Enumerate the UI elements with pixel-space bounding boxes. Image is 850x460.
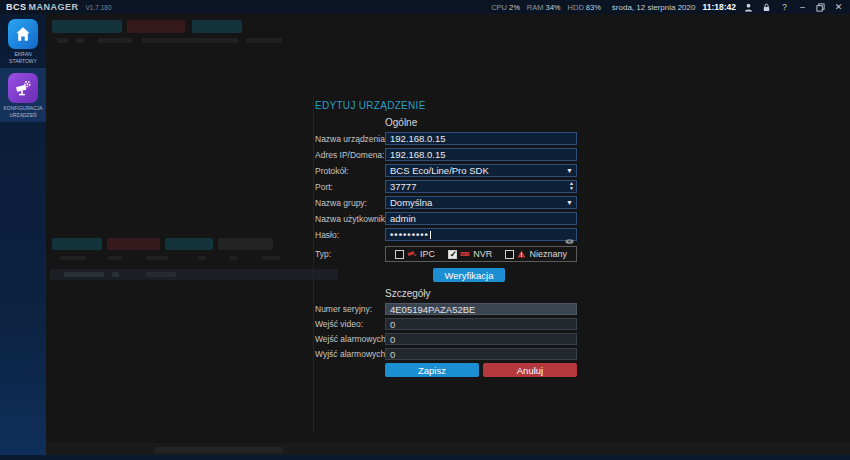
section-details: Szczegóły <box>385 288 577 300</box>
type-option-ipc[interactable]: IPC <box>395 249 435 259</box>
username-label: Nazwa użytkownika: <box>315 214 385 224</box>
video-inputs-row: Wejść video: 0 <box>315 318 577 330</box>
cpu-stat: CPU2% <box>491 3 520 12</box>
port-input[interactable]: 37777 <box>385 180 577 193</box>
serial-row: Numer seryjny: 4E05194PAZA52BE <box>315 303 577 315</box>
password-label: Hasło: <box>315 230 385 240</box>
username-row: Nazwa użytkownika: admin <box>315 212 577 225</box>
password-input[interactable]: ••••••••• <box>385 228 577 241</box>
user-icon[interactable] <box>743 3 754 12</box>
recorder-icon <box>460 250 470 258</box>
sidebar-item-label: EKRAN STARTOWY <box>2 51 44 64</box>
text-cursor <box>430 231 431 239</box>
unknown-checkbox[interactable] <box>505 250 514 259</box>
password-row: Hasło: ••••••••• <box>315 228 577 241</box>
type-option-label: NVR <box>473 249 492 259</box>
port-stepper[interactable]: ▲ ▼ <box>569 181 574 191</box>
dimmed-table-row <box>50 269 338 280</box>
ram-stat: RAM34% <box>527 3 561 12</box>
titlebar: BCS MANAGER V1.7.180 CPU2% RAM34% HDD83%… <box>0 0 850 14</box>
alarm-inputs-label: Wejść alarmowych: <box>315 334 385 344</box>
dialog-actions: Zapisz Anuluj <box>385 363 577 377</box>
video-inputs-label: Wejść video: <box>315 319 385 329</box>
ipc-checkbox[interactable] <box>395 250 404 259</box>
minimize-button[interactable]: – <box>797 2 808 12</box>
verify-button[interactable]: Weryfikacja <box>433 268 505 282</box>
dimmed-button <box>107 238 160 250</box>
brand-bcs: BCS <box>6 2 27 12</box>
hdd-stat: HDD83% <box>568 3 601 12</box>
camera-config-icon <box>8 73 38 103</box>
edit-device-dialog: EDYTUJ URZĄDZENIE Ogólne Nazwa urządzeni… <box>313 96 577 377</box>
protocol-label: Protokół: <box>315 166 385 176</box>
dimmed-button <box>52 238 102 250</box>
dimmed-column-header <box>108 256 122 260</box>
date-label: środa, 12 sierpnia 2020 <box>612 3 696 12</box>
help-button[interactable]: ? <box>779 2 790 12</box>
protocol-select[interactable]: BCS Eco/Line/Pro SDK <box>385 164 577 177</box>
camera-icon <box>407 250 417 258</box>
port-label: Port: <box>315 182 385 192</box>
username-input[interactable]: admin <box>385 212 577 225</box>
protocol-row: Protokół: BCS Eco/Line/Pro SDK ▼ <box>315 164 577 177</box>
dimmed-column-header <box>229 256 237 260</box>
dimmed-text <box>76 38 84 43</box>
lock-icon[interactable] <box>761 3 772 12</box>
dimmed-text <box>98 38 132 43</box>
dimmed-button <box>165 238 213 250</box>
password-dots: ••••••••• <box>390 229 429 240</box>
video-inputs-value: 0 <box>385 318 577 330</box>
brand-manager: MANAGER <box>29 2 79 12</box>
ip-domain-label: Adres IP/Domena: <box>315 150 385 160</box>
alarm-inputs-value: 0 <box>385 333 577 345</box>
close-button[interactable]: ✕ <box>833 2 844 12</box>
type-option-label: IPC <box>420 249 435 259</box>
port-row: Port: 37777 ▲ ▼ <box>315 180 577 193</box>
alarm-outputs-row: Wyjść alarmowych: 0 <box>315 348 577 360</box>
sidebar-item-start-screen[interactable]: EKRAN STARTOWY <box>0 14 46 68</box>
cancel-button[interactable]: Anuluj <box>483 363 577 377</box>
dimmed-toolbar-button <box>127 20 185 33</box>
home-icon <box>8 19 38 49</box>
dimmed-column-header <box>60 256 86 260</box>
ip-domain-input[interactable]: 192.168.0.15 <box>385 148 577 161</box>
serial-label: Numer seryjny: <box>315 304 385 314</box>
warning-icon <box>517 250 526 258</box>
alarm-outputs-label: Wyjść alarmowych: <box>315 349 385 359</box>
dimmed-text <box>142 38 238 43</box>
dimmed-column-header <box>198 256 206 260</box>
app-version: V1.7.180 <box>86 4 112 11</box>
nvr-checkbox[interactable] <box>448 250 457 259</box>
type-row: Typ: IPC NVR Nieznany <box>315 246 577 262</box>
alarm-outputs-value: 0 <box>385 348 577 360</box>
type-label: Typ: <box>315 249 385 259</box>
dimmed-text <box>246 38 282 43</box>
app-logo: BCS MANAGER V1.7.180 <box>6 2 112 12</box>
chevron-down-icon: ▼ <box>566 199 573 206</box>
device-name-input[interactable]: 192.168.0.15 <box>385 132 577 145</box>
dimmed-text <box>57 38 68 43</box>
dimmed-button <box>218 238 273 250</box>
alarm-inputs-row: Wejść alarmowych: 0 <box>315 333 577 345</box>
restore-button[interactable] <box>815 3 826 12</box>
type-option-label: Nieznany <box>529 249 567 259</box>
sidebar-item-device-configuration[interactable]: KONFIGURACJA URZĄDZEŃ <box>0 68 46 122</box>
sidebar: EKRAN STARTOWY KONFIGURACJA URZĄDZEŃ <box>0 14 46 455</box>
dimmed-column-header <box>146 256 168 260</box>
chevron-down-icon: ▼ <box>566 167 573 174</box>
dimmed-toolbar-button <box>192 20 242 33</box>
type-option-unknown[interactable]: Nieznany <box>505 249 567 259</box>
clock: 11:18:42 <box>702 2 736 12</box>
group-label: Nazwa grupy: <box>315 198 385 208</box>
ip-domain-row: Adres IP/Domena: 192.168.0.15 <box>315 148 577 161</box>
window-bottom-edge <box>0 455 850 460</box>
section-general: Ogólne <box>385 117 577 129</box>
save-button[interactable]: Zapisz <box>385 363 479 377</box>
serial-value: 4E05194PAZA52BE <box>385 303 577 315</box>
device-name-row: Nazwa urządzenia: 192.168.0.15 <box>315 132 577 145</box>
sidebar-item-label: KONFIGURACJA URZĄDZEŃ <box>2 105 44 118</box>
device-name-label: Nazwa urządzenia: <box>315 134 385 144</box>
spinner-down-icon[interactable]: ▼ <box>569 186 574 191</box>
type-option-nvr[interactable]: NVR <box>448 249 492 259</box>
group-select[interactable]: Domyślna <box>385 196 577 209</box>
